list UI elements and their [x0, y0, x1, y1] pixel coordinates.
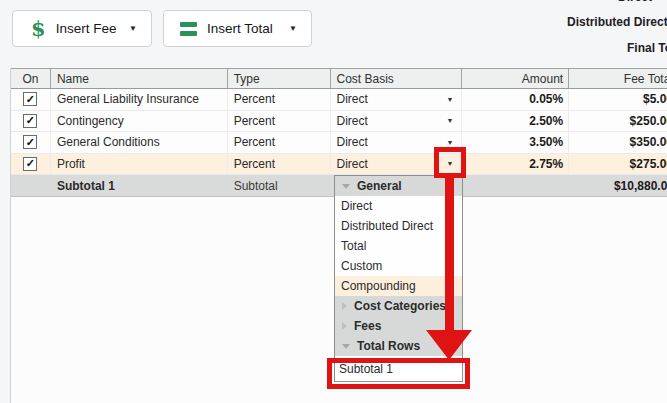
row-cost-basis-cell[interactable]: Direct ▼ — [331, 132, 463, 153]
column-header-type[interactable]: Type — [228, 69, 331, 88]
row-amount[interactable]: 0.05% — [462, 89, 569, 110]
subtotal-fee-total: $10,880.00 — [569, 175, 667, 196]
row-on-checkbox[interactable]: ✓ — [23, 92, 37, 106]
row-cost-basis-value: Direct — [337, 135, 368, 149]
row-type[interactable]: Percent — [228, 132, 331, 153]
row-cost-basis-value: Direct — [337, 157, 368, 171]
row-on-checkbox[interactable]: ✓ — [23, 135, 37, 149]
row-name[interactable]: Contingency — [51, 111, 228, 132]
dropdown-item-direct[interactable]: Direct — [335, 196, 462, 216]
cost-basis-dropdown-icon[interactable]: ▼ — [446, 117, 453, 124]
table-row[interactable]: ✓ Contingency Percent Direct ▼ 2.50% $25… — [11, 111, 667, 133]
row-type[interactable]: Percent — [228, 154, 331, 175]
insert-total-label: Insert Total — [207, 21, 273, 36]
equals-icon — [180, 22, 197, 36]
expand-icon — [342, 322, 347, 330]
insert-fee-button[interactable]: $ Insert Fee ▼ — [12, 10, 152, 47]
dropdown-item-compounding[interactable]: Compounding — [335, 276, 462, 296]
row-fee-total: $350.00 — [569, 132, 667, 153]
check-icon: ✓ — [26, 115, 35, 126]
cost-basis-dropdown-icon[interactable]: ▼ — [446, 96, 453, 103]
table-row[interactable]: ✓ General Liability Insurance Percent Di… — [11, 89, 667, 111]
column-header-name[interactable]: Name — [51, 69, 228, 88]
check-icon: ✓ — [26, 158, 35, 169]
row-on-checkbox[interactable]: ✓ — [23, 157, 37, 171]
row-on-checkbox[interactable]: ✓ — [23, 114, 37, 128]
column-header-on[interactable]: On — [11, 69, 51, 88]
column-header-fee-total[interactable]: Fee Total — [569, 69, 667, 88]
row-cost-basis-value: Direct — [337, 114, 368, 128]
row-name[interactable]: General Liability Insurance — [51, 89, 228, 110]
dropdown-group-total-rows[interactable]: Total Rows — [335, 336, 462, 356]
insert-total-button[interactable]: Insert Total ▼ — [163, 10, 312, 47]
chevron-down-icon[interactable]: ▼ — [129, 24, 139, 33]
row-type[interactable]: Percent — [228, 111, 331, 132]
collapse-icon — [342, 184, 350, 189]
dollar-icon: $ — [31, 18, 46, 39]
cost-basis-dropdown: General Direct Distributed Direct Total … — [334, 175, 463, 382]
row-fee-total: $250.00 — [569, 111, 667, 132]
table-row[interactable]: ✓ General Conditions Percent Direct ▼ 3.… — [11, 132, 667, 154]
check-icon: ✓ — [26, 94, 35, 105]
summary-distributed-direct-label: Distributed Direct — [567, 15, 667, 29]
dropdown-item-subtotal-1[interactable]: Subtotal 1 — [335, 356, 462, 381]
dropdown-item-total[interactable]: Total — [335, 236, 462, 256]
row-cost-basis-value: Direct — [337, 92, 368, 106]
row-fee-total: $275.00 — [569, 154, 667, 175]
summary-final-total-label: Final Total — [627, 41, 667, 55]
dropdown-item-distributed-direct[interactable]: Distributed Direct — [335, 216, 462, 236]
dropdown-group-label: Cost Categories — [354, 299, 446, 313]
chevron-down-icon[interactable]: ▼ — [289, 24, 299, 33]
cost-basis-dropdown-icon[interactable]: ▼ — [446, 160, 453, 167]
dropdown-group-label: General — [357, 179, 402, 193]
dropdown-group-label: Total Rows — [357, 339, 420, 353]
row-cost-basis-cell[interactable]: Direct ▼ — [331, 111, 463, 132]
subtotal-type: Subtotal — [228, 175, 331, 196]
row-amount[interactable]: 2.75% — [462, 154, 569, 175]
dropdown-group-label: Fees — [354, 319, 381, 333]
row-name[interactable]: Profit — [51, 154, 228, 175]
row-cost-basis-cell[interactable]: Direct ▼ — [331, 154, 463, 175]
insert-fee-label: Insert Fee — [56, 21, 117, 36]
dropdown-group-general[interactable]: General — [335, 176, 462, 196]
table-header-row: On Name Type Cost Basis Amount Fee Total — [11, 68, 667, 89]
summary-direct-label: Direct — [618, 0, 652, 4]
row-amount[interactable]: 2.50% — [462, 111, 569, 132]
dropdown-item-custom[interactable]: Custom — [335, 256, 462, 276]
column-header-cost-basis[interactable]: Cost Basis — [331, 69, 463, 88]
collapse-icon — [342, 344, 350, 349]
row-amount[interactable]: 3.50% — [462, 132, 569, 153]
table-row-selected[interactable]: ✓ Profit Percent Direct ▼ 2.75% $275.00 — [11, 154, 667, 176]
row-cost-basis-cell[interactable]: Direct ▼ — [331, 89, 463, 110]
cost-basis-dropdown-icon[interactable]: ▼ — [446, 139, 453, 146]
column-header-amount[interactable]: Amount — [462, 69, 569, 88]
row-name[interactable]: General Conditions — [51, 132, 228, 153]
row-fee-total: $5.00 — [569, 89, 667, 110]
dropdown-group-cost-categories[interactable]: Cost Categories — [335, 296, 462, 316]
subtotal-name: Subtotal 1 — [51, 175, 228, 196]
row-type[interactable]: Percent — [228, 89, 331, 110]
check-icon: ✓ — [26, 137, 35, 148]
dropdown-group-fees[interactable]: Fees — [335, 316, 462, 336]
expand-icon — [342, 302, 347, 310]
